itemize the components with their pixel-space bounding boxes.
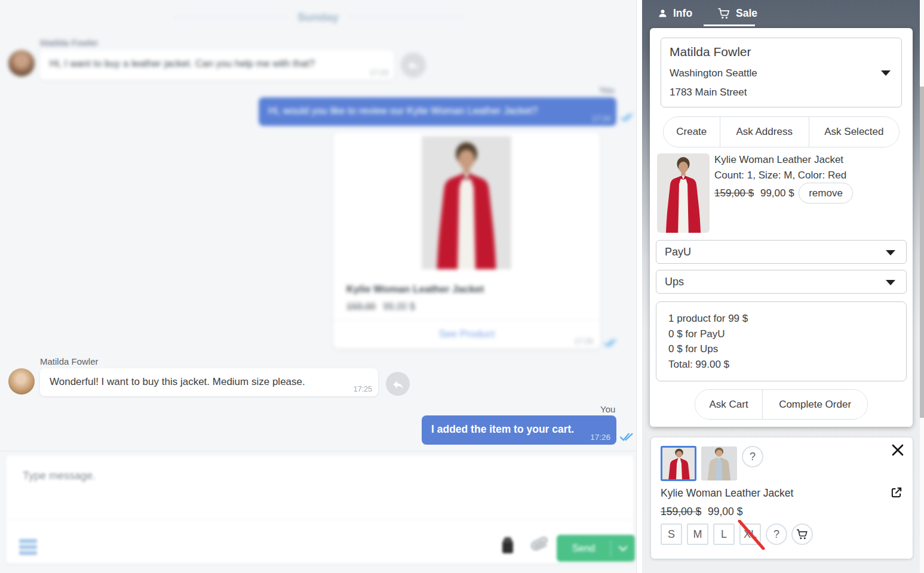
cart-item-old-price: 159,00 $	[714, 187, 754, 199]
tab-sale[interactable]: Sale	[717, 7, 757, 20]
complete-order-button[interactable]: Complete Order	[762, 390, 867, 419]
person-icon	[658, 8, 668, 19]
widget-old-price: 159,00 $	[661, 506, 701, 517]
message-bubble: Hi, would you like to review our Kylie W…	[259, 97, 616, 126]
message-input[interactable]: Type message.	[23, 470, 96, 482]
products-bag-icon[interactable]	[497, 533, 518, 556]
product-widget: ? Kylie Woman Leather Jacket 159,00 $ 99…	[651, 438, 913, 559]
you-label: You	[600, 404, 615, 414]
tab-info-label: Info	[673, 7, 692, 20]
send-button[interactable]: Send	[557, 535, 635, 562]
send-options-button[interactable]	[611, 545, 635, 552]
see-product-link[interactable]: See Product	[333, 328, 600, 340]
active-tab-underline	[704, 24, 755, 26]
message-bubble: Wonderful! I want to buy this jacket. Me…	[40, 368, 378, 396]
avatar	[8, 50, 35, 76]
order-summary: 1 product for 99 $ 0 $ for PayU 0 $ for …	[656, 301, 907, 381]
jacket-red-image	[662, 448, 696, 480]
date-divider: Sunday	[0, 11, 636, 24]
sender-name: Matilda Fowler	[40, 356, 99, 366]
size-help-button[interactable]: ?	[766, 523, 787, 545]
size-button-l[interactable]: L	[713, 523, 735, 545]
reply-button[interactable]	[401, 53, 426, 78]
size-button-s[interactable]: S	[661, 523, 682, 545]
product-image	[422, 136, 511, 269]
variant-thumbnail-red[interactable]	[661, 446, 696, 481]
payment-selected-value: PayU	[665, 246, 691, 258]
customer-selector[interactable]: Matilda Fowler Washington Seattle 1783 M…	[661, 38, 902, 107]
divider-line	[174, 17, 288, 18]
add-to-cart-button[interactable]	[791, 523, 813, 545]
card-divider	[333, 320, 600, 321]
message-time: 17:23	[370, 69, 388, 77]
widget-price: 159,00 $ 99,00 $	[661, 506, 742, 518]
create-button[interactable]: Create	[664, 117, 720, 147]
widget-new-price: 99,00 $	[708, 506, 742, 517]
chat-product-card: Kylie Woman Leather Jacket 159,00 99,00 …	[333, 133, 600, 349]
summary-shipping-fee: 0 $ for Ups	[668, 341, 906, 357]
message-time: 17:25	[575, 337, 593, 346]
message-time: 17:24	[592, 115, 610, 123]
app-window: Sunday Matilda Fowler Hi, I want to buy …	[0, 0, 924, 573]
customer-street: 1783 Main Street	[670, 87, 747, 98]
cart-item-title: Kylie Woman Leather Jacket	[714, 154, 843, 166]
chevron-down-icon	[886, 250, 895, 255]
size-button-m[interactable]: M	[687, 523, 708, 545]
message-time: 17:25	[354, 385, 372, 393]
close-icon[interactable]	[891, 443, 905, 457]
ask-selected-button[interactable]: Ask Selected	[809, 117, 899, 147]
attachment-icon[interactable]	[527, 531, 552, 557]
cart-icon	[796, 529, 808, 540]
chat-pane: Sunday Matilda Fowler Hi, I want to buy …	[0, 0, 637, 573]
cart-item-price: 159,00 $ 99,00 $	[714, 187, 794, 199]
order-actions: Ask Cart Complete Order	[695, 389, 868, 420]
avatar	[8, 368, 35, 395]
message-text: Hi, I want to buy a leather jacket. Can …	[40, 50, 394, 77]
product-old-price: 159,00	[346, 301, 376, 312]
ask-cart-button[interactable]: Ask Cart	[695, 390, 762, 419]
sale-pane: Info Sale Matilda Fowler Washington Seat…	[642, 0, 920, 573]
scrollbar-thumb[interactable]	[920, 87, 924, 418]
shipping-select[interactable]: Ups	[656, 270, 907, 294]
you-label: You	[599, 85, 614, 95]
customer-name: Matilda Fowler	[670, 45, 751, 59]
widget-product-title: Kylie Woman Leather Jacket	[661, 487, 793, 500]
product-new-price: 99,00 $	[383, 301, 415, 312]
chevron-down-icon	[881, 70, 891, 76]
ask-address-button[interactable]: Ask Address	[720, 117, 809, 147]
sale-card: Matilda Fowler Washington Seattle 1783 M…	[650, 28, 913, 427]
tab-sale-label: Sale	[736, 7, 757, 20]
remove-item-button[interactable]: remove	[799, 183, 853, 204]
payment-select[interactable]: PayU	[656, 240, 907, 264]
date-divider-label: Sunday	[297, 11, 339, 24]
cart-icon	[717, 8, 730, 19]
reply-icon	[407, 60, 419, 70]
message-time: 17:26	[590, 433, 610, 442]
shipping-selected-value: Ups	[665, 276, 684, 288]
composer-separator	[0, 451, 637, 451]
size-button-xl-unavailable[interactable]: XL	[739, 523, 761, 545]
menu-icon[interactable]	[19, 539, 37, 557]
read-check-icon	[603, 338, 618, 347]
cart-item-image	[657, 153, 710, 233]
read-check-icon	[619, 432, 634, 442]
reply-button[interactable]	[386, 372, 410, 396]
summary-payment-fee: 0 $ for PayU	[668, 326, 906, 342]
tab-info[interactable]: Info	[658, 7, 692, 20]
message-text: Wonderful! I want to buy this jacket. Me…	[40, 368, 378, 396]
sender-name: Matilda Fowler	[40, 38, 99, 48]
cart-item-details: Count: 1, Size: M, Color: Red	[714, 170, 846, 181]
customer-city: Washington Seattle	[670, 67, 757, 79]
variant-thumbnail-grey[interactable]	[701, 446, 737, 480]
scrollbar-track	[920, 0, 924, 573]
open-external-icon[interactable]	[890, 486, 903, 499]
summary-products: 1 product for 99 $	[668, 311, 906, 326]
composer: Type message. Send	[6, 455, 634, 563]
panel-tabs: Info Sale	[642, 0, 920, 27]
product-title: Kylie Woman Leather Jacket	[346, 284, 484, 295]
divider-line	[348, 17, 462, 18]
reply-icon	[392, 379, 404, 389]
product-price: 159,00 99,00 $	[346, 301, 415, 312]
variant-help-button[interactable]: ?	[742, 446, 763, 467]
message-text: I added the item to your cart.	[422, 415, 616, 443]
